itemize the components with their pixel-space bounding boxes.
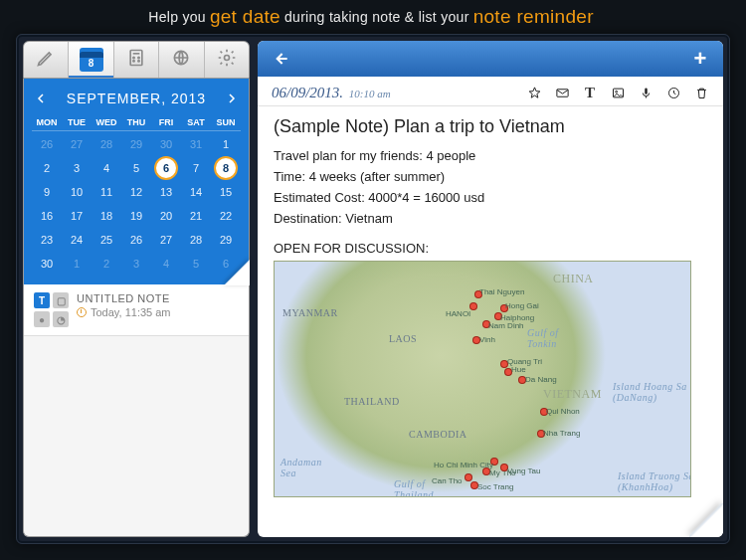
note-discussion-heading: OPEN FOR DISCUSSION:: [274, 240, 707, 259]
calendar-day[interactable]: 26: [32, 133, 62, 155]
calendar-day[interactable]: 17: [62, 205, 92, 227]
favorite-button[interactable]: [526, 86, 542, 101]
calendar-day[interactable]: 28: [92, 133, 121, 155]
audio-tool-button[interactable]: [638, 86, 653, 101]
sea-label: Island Truong Sa (KhanhHoa): [618, 470, 691, 492]
calendar-day[interactable]: 5: [181, 253, 211, 275]
calendar-day[interactable]: 1: [211, 133, 241, 155]
banner-highlight-2: note reminder: [473, 6, 594, 28]
city-label: Soc Trang: [477, 482, 513, 491]
audio-type-icon: ●: [34, 311, 50, 327]
calendar-day[interactable]: 3: [121, 253, 151, 275]
calendar-day[interactable]: 18: [92, 205, 121, 227]
sea-label: Andaman Sea: [280, 457, 322, 478]
svg-point-4: [133, 61, 134, 62]
page-curl-icon: [689, 503, 723, 537]
sea-label: Gulf of Thailand: [394, 478, 434, 497]
calendar-day[interactable]: 20: [151, 205, 181, 227]
page-curl-icon: [224, 260, 250, 285]
calendar-dow: TUE: [62, 114, 92, 131]
calendar-day[interactable]: 25: [92, 229, 121, 251]
note-title: (Sample Note) Plan a trip to Vietnam: [274, 116, 707, 137]
tab-calendar[interactable]: 8: [69, 42, 113, 78]
calendar-day[interactable]: 2: [92, 253, 121, 275]
image-tool-button[interactable]: [610, 86, 626, 101]
calendar-dow: WED: [92, 114, 121, 131]
calendar-day[interactable]: 27: [62, 133, 92, 155]
calendar-day[interactable]: 9: [32, 181, 62, 203]
note-content-lines: Travel plan for my friends: 4 peopleTime…: [274, 147, 707, 228]
calendar-day[interactable]: 4: [92, 157, 121, 179]
calendar-day[interactable]: 13: [151, 181, 181, 203]
svg-rect-8: [556, 90, 567, 97]
calendar-next-button[interactable]: [225, 92, 239, 105]
calendar-day[interactable]: 30: [32, 253, 62, 275]
calendar-prev-button[interactable]: [34, 92, 48, 105]
note-list-item[interactable]: T ▢ ● ◔ UNTITLED NOTE Today, 11:35 am: [24, 284, 249, 336]
tab-notes[interactable]: [24, 42, 69, 78]
add-button[interactable]: +: [689, 48, 711, 70]
clock-icon: [77, 307, 87, 317]
email-button[interactable]: [554, 86, 570, 101]
tab-settings[interactable]: [205, 42, 249, 78]
sidebar: 8: [23, 41, 250, 537]
banner-highlight-1: get date: [210, 6, 280, 28]
map-image: CHINAMYANMARLAOSTHAILANDVIETNAMCAMBODIAG…: [274, 261, 691, 497]
reminder-tool-button[interactable]: [665, 86, 681, 101]
calendar-day[interactable]: 24: [62, 229, 92, 251]
calendar-day[interactable]: 7: [181, 157, 211, 179]
calendar-day[interactable]: 4: [151, 253, 181, 275]
svg-point-10: [615, 91, 617, 93]
pencil-icon: [36, 48, 56, 72]
calendar-day[interactable]: 22: [211, 205, 241, 227]
calendar-day[interactable]: 1: [62, 253, 92, 275]
calendar-day[interactable]: 3: [62, 157, 92, 179]
banner-text-mid: during taking note & list your: [284, 9, 469, 25]
delete-button[interactable]: [693, 86, 709, 101]
back-button[interactable]: [270, 48, 291, 70]
calendar-day[interactable]: 21: [181, 205, 211, 227]
calendar-day[interactable]: 29: [211, 229, 241, 251]
calendar-day[interactable]: 19: [121, 205, 151, 227]
calendar-day[interactable]: 31: [181, 133, 211, 155]
city-label: Qui Nhon: [546, 407, 580, 416]
calendar-day[interactable]: 14: [181, 181, 211, 203]
calendar-icon-day: 8: [89, 58, 94, 69]
city-label: Nam Dinh: [488, 321, 524, 330]
calendar-day[interactable]: 27: [151, 229, 181, 251]
note-date: 06/09/2013.: [272, 85, 343, 100]
note-list: T ▢ ● ◔ UNTITLED NOTE Today, 11:35 am: [23, 284, 250, 537]
calendar-day[interactable]: 5: [121, 157, 151, 179]
country-label: MYANMAR: [282, 307, 338, 318]
calendar-day[interactable]: 23: [32, 229, 62, 251]
calendar-day[interactable]: 10: [62, 181, 92, 203]
text-type-icon: T: [34, 292, 50, 308]
calendar-day[interactable]: 15: [211, 181, 241, 203]
city-label: Can Tho: [432, 476, 463, 485]
note-meta: UNTITLED NOTE Today, 11:35 am: [77, 292, 171, 318]
tab-calculator[interactable]: [114, 42, 159, 78]
calendar-day[interactable]: 2: [32, 157, 62, 179]
calendar-day[interactable]: 11: [92, 181, 121, 203]
sea-label: Island Hoang Sa (DaNang): [613, 381, 687, 403]
calendar-day[interactable]: 8: [211, 157, 241, 179]
svg-point-5: [138, 61, 139, 62]
note-line: Travel plan for my friends: 4 people: [274, 147, 707, 166]
reminder-type-icon: ◔: [53, 311, 69, 327]
editor-header: +: [258, 41, 723, 77]
calendar-day[interactable]: 16: [32, 205, 62, 227]
city-label: Vinh: [479, 335, 495, 344]
country-label: VIETNAM: [543, 387, 602, 402]
calendar-day[interactable]: 6: [151, 157, 181, 179]
calendar-day[interactable]: 30: [151, 133, 181, 155]
calendar-day[interactable]: 26: [121, 229, 151, 251]
tab-sync[interactable]: [159, 42, 204, 78]
calendar-day[interactable]: 12: [121, 181, 151, 203]
calendar-day[interactable]: 28: [181, 229, 211, 251]
note-line: Destination: Vietnam: [274, 210, 707, 229]
text-tool-button[interactable]: T: [582, 86, 598, 101]
note-body[interactable]: (Sample Note) Plan a trip to Vietnam Tra…: [258, 106, 723, 507]
calculator-icon: [126, 48, 146, 72]
calendar-day[interactable]: 29: [121, 133, 151, 155]
banner-text-pre: Help you: [148, 9, 206, 25]
